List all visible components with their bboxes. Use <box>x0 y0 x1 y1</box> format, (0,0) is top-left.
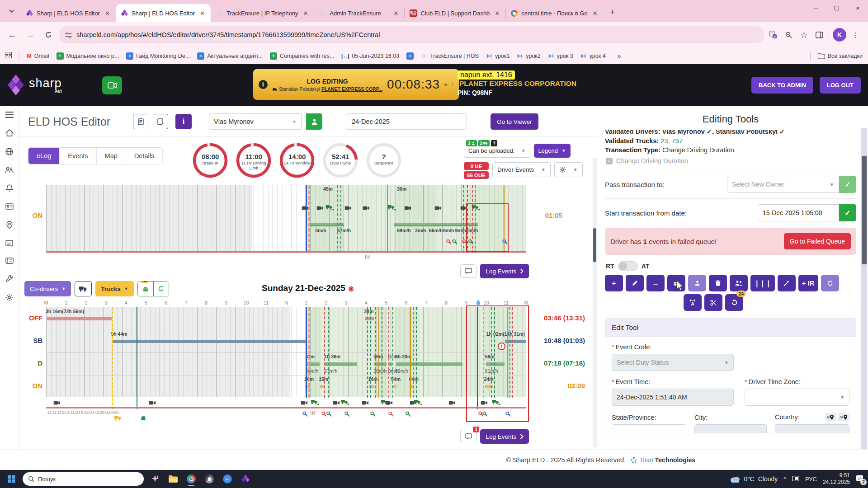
tab-elog[interactable]: eLog <box>28 148 60 164</box>
truck-yellow-icon[interactable] <box>114 414 122 422</box>
truck-event-icon[interactable] <box>341 399 349 407</box>
driver-events-select[interactable]: Driver Events ▼ <box>492 162 551 177</box>
sidebar-wrench-icon[interactable] <box>6 275 13 284</box>
driver-timezone-select[interactable]: ▼ <box>745 389 849 406</box>
bookmark-3[interactable]: ≡Актуальные апдейт... <box>197 52 263 60</box>
back-to-admin-button[interactable]: BACK TO ADMIN <box>751 77 813 94</box>
duty-segment-off[interactable] <box>365 317 374 320</box>
banner-expand-chevron-icon[interactable] <box>452 81 453 88</box>
log-events-button[interactable]: Log Events <box>480 264 529 278</box>
tab-events[interactable]: Events <box>60 148 96 164</box>
site-settings-icon[interactable] <box>65 32 72 38</box>
bookmark-0[interactable]: MGmail <box>27 52 49 59</box>
android-event-icon[interactable] <box>140 414 146 422</box>
truck-icon-button[interactable] <box>75 281 92 296</box>
driver-select[interactable]: Vlas Myronov ▼ <box>209 113 302 130</box>
help-badge[interactable]: ? <box>491 140 497 146</box>
camera-event-icon[interactable] <box>333 399 340 407</box>
chat-bubble-button[interactable]: 1 <box>460 430 476 443</box>
log-editing-banner[interactable]: ℹ LOG EDITING Stanislav Pobutskyi PLANET… <box>253 69 459 100</box>
browser-menu-icon[interactable]: ⋮ <box>850 29 862 41</box>
browser-tab-5[interactable]: central time - Поиск в Go✕ <box>505 4 603 22</box>
bookmark-1[interactable]: +Модальное окно р... <box>57 52 119 60</box>
truck-event-icon[interactable] <box>326 204 335 212</box>
safari-icon[interactable] <box>221 471 234 487</box>
chrome-icon[interactable] <box>184 471 198 487</box>
log-out-button[interactable]: LOG OUT <box>820 77 861 94</box>
tray-screen-icon[interactable] <box>792 476 799 483</box>
sidebar-home-icon[interactable] <box>5 129 14 138</box>
camera-event-icon[interactable] <box>344 204 351 212</box>
duty-segment-d[interactable] <box>389 362 392 366</box>
new-tab-button[interactable]: + <box>606 6 619 19</box>
magic-fix-button[interactable] <box>778 275 796 291</box>
window-minimize-button[interactable]: – <box>806 0 826 16</box>
taskbar-search[interactable]: Пошук <box>23 472 144 486</box>
sharp-eld-app-icon[interactable] <box>239 471 252 487</box>
browser-tab-4[interactable]: ELDCLUBClub ELD | Support Dashb✕ <box>404 4 505 22</box>
change-driving-duration-checkbox[interactable]: ✓ <box>606 158 613 164</box>
inspection-magnifier-icon[interactable] <box>452 239 458 247</box>
trucks-button[interactable]: Trucks▼ <box>95 281 133 296</box>
tab-close-icon[interactable]: ✕ <box>392 9 400 17</box>
truck-event-icon[interactable] <box>414 399 423 407</box>
duty-grid-clipped[interactable]: 45m30m3m/h67m/h69m/h3m/h66m/h8m/h9m/h0m/… <box>46 185 526 253</box>
sidebar-globe-icon[interactable] <box>5 148 13 157</box>
browser-tab-0[interactable]: Sharp | ELD HOS Editor✕ <box>21 4 116 22</box>
sidebar-gear-icon[interactable] <box>5 294 13 303</box>
sharp-eld-logo[interactable]: sharpeld <box>7 74 89 97</box>
inspection-magnifier-icon[interactable] <box>302 411 308 419</box>
edit-event-button[interactable] <box>626 275 644 291</box>
rt-at-toggle[interactable] <box>618 261 638 271</box>
window-restore-button[interactable] <box>826 0 847 16</box>
copilot-icon[interactable] <box>148 471 162 487</box>
reload-button[interactable] <box>41 27 56 42</box>
sidebar-menu-icon[interactable] <box>5 112 14 120</box>
browser-tab-1[interactable]: Sharp | ELD HOS Editor✕ <box>116 4 211 22</box>
camera-event-icon[interactable] <box>362 399 368 407</box>
duty-segment-d[interactable] <box>325 362 357 366</box>
address-bar[interactable]: sharpeld.com/app/hos/#/eldHOS/editor/dri… <box>59 26 764 43</box>
move-event-button[interactable]: ↔ <box>646 275 665 291</box>
camera-event-icon[interactable] <box>54 399 61 407</box>
browser-tab-2[interactable]: TrackEnsure | IP Telephony✕ <box>211 4 314 22</box>
history-undo-button[interactable]: 24 <box>725 294 743 311</box>
camera-event-icon[interactable] <box>363 204 369 212</box>
tab-close-icon[interactable]: ✕ <box>198 9 206 17</box>
all-bookmarks-folder[interactable]: Все закладки <box>818 53 863 59</box>
duty-segment-on[interactable] <box>369 385 374 388</box>
city-input[interactable] <box>694 424 767 433</box>
banner-driver-link[interactable]: Stanislav Pobutskyi <box>279 86 320 92</box>
event-code-select[interactable]: Select Duty Status▼ <box>612 354 734 371</box>
sidebar-id-card-icon[interactable] <box>5 203 14 211</box>
weather-widget[interactable]: 0°C Cloudy <box>730 475 778 483</box>
add-event-button[interactable]: + <box>605 275 623 291</box>
confirm-date-button[interactable]: ✓ <box>839 204 856 221</box>
bookmark-5[interactable]: |↔|05-Jun-2023 16:03 <box>341 53 399 59</box>
settings-select[interactable]: ▼ <box>554 162 583 177</box>
duty-segment-d[interactable] <box>308 223 344 226</box>
scrollbar-thumb[interactable] <box>593 228 596 262</box>
camera-event-icon[interactable] <box>149 399 156 407</box>
edit-selection-box[interactable] <box>466 305 529 422</box>
android-button[interactable] <box>138 282 153 296</box>
window-close-button[interactable]: × <box>847 0 868 16</box>
edit-selection-box[interactable] <box>466 203 509 252</box>
clock[interactable]: 9:51 24.12.2025 <box>823 472 850 486</box>
panel-scrollbar-thumb[interactable] <box>862 156 867 264</box>
tab-map[interactable]: Map <box>97 148 126 164</box>
legend-button[interactable]: Legend ▼ <box>534 144 571 158</box>
next-location-button[interactable]: » <box>838 413 849 421</box>
sidebar-location-icon[interactable] <box>6 221 13 230</box>
side-panel-icon[interactable] <box>813 29 825 41</box>
duty-segment-d[interactable] <box>396 362 462 366</box>
forward-button[interactable]: → <box>23 27 38 42</box>
inspection-magnifier-icon[interactable] <box>326 411 332 419</box>
delete-event-button[interactable] <box>709 275 727 291</box>
camera-event-icon[interactable] <box>405 204 411 212</box>
cut-event-button[interactable] <box>704 294 722 311</box>
back-button[interactable]: ← <box>5 27 20 42</box>
inspection-magnifier-icon[interactable] <box>388 411 394 419</box>
panel-scrollbar[interactable] <box>861 128 867 470</box>
team-events-button[interactable] <box>730 275 748 291</box>
